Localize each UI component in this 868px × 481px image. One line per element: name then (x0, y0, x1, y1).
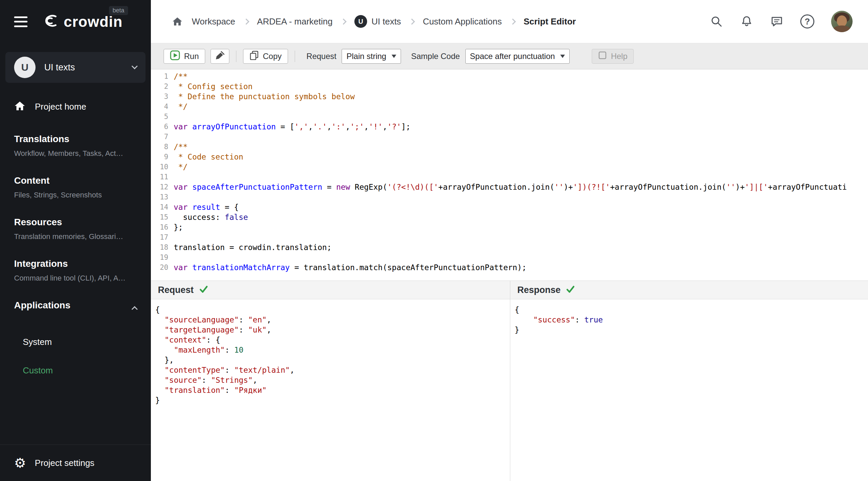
section-title: Translations (14, 134, 137, 145)
help-button[interactable]: Help (592, 49, 634, 64)
json-line: } (155, 395, 510, 405)
user-avatar[interactable] (831, 11, 852, 32)
code-line: 11 (151, 172, 868, 182)
workspace-home-icon[interactable] (172, 16, 183, 27)
copy-icon (249, 51, 259, 62)
line-number: 20 (151, 262, 168, 272)
sidebar-item-label: Project home (35, 102, 86, 112)
breadcrumb-item-ardea-marketing[interactable]: ARDEA - marketing (257, 17, 333, 27)
sample-code-select[interactable]: Space after punctuation (465, 49, 570, 64)
json-line: "contentType": "text/plain", (155, 365, 510, 375)
sidebar-item-integrations[interactable]: Integrations Command line tool (CLI), AP… (14, 258, 137, 283)
crowdin-logo[interactable]: crowdin beta (41, 13, 123, 30)
top-icons: ? (710, 11, 852, 32)
json-line: "source": "Strings", (155, 375, 510, 385)
line-number: 14 (151, 202, 168, 212)
breadcrumb-item-custom-applications[interactable]: Custom Applications (423, 17, 502, 27)
line-number: 16 (151, 222, 168, 232)
line-number: 5 (151, 111, 168, 122)
sidebar-top: crowdin beta (0, 0, 151, 43)
gear-icon: ⚙ (14, 456, 26, 470)
code-line: 8/** (151, 142, 868, 152)
search-icon[interactable] (710, 15, 723, 28)
request-body[interactable]: { "sourceLanguage": "en", "targetLanguag… (151, 299, 510, 481)
menu-icon[interactable] (14, 16, 30, 28)
section-subtitle: Workflow, Members, Tasks, Act… (14, 149, 137, 158)
logo-text: crowdin (64, 13, 123, 30)
bell-icon[interactable] (740, 15, 753, 28)
chevron-up-icon (131, 306, 137, 312)
run-label: Run (184, 52, 199, 61)
toolbar-divider (236, 51, 236, 62)
sidebar-item-project-home[interactable]: Project home (0, 83, 151, 113)
run-button[interactable]: Run (164, 49, 205, 64)
json-line: }, (155, 355, 510, 365)
help-icon[interactable]: ? (800, 14, 814, 29)
json-line: "maxLength": 10 (155, 345, 510, 355)
code-line: 13 (151, 192, 868, 202)
sidebar-item-custom[interactable]: Custom (23, 365, 137, 376)
select-arrow-icon (560, 55, 565, 58)
code-line: 16}; (151, 222, 868, 232)
code-line: 6var arrayOfPunctuation = [',','.',':','… (151, 122, 868, 132)
request-type-select[interactable]: Plain string (342, 49, 401, 64)
breadcrumb-item-ui-texts[interactable]: U UI texts (354, 15, 401, 28)
sidebar-item-system[interactable]: System (23, 337, 137, 347)
project-selector[interactable]: U UI texts (5, 52, 146, 83)
json-line: } (515, 325, 868, 335)
line-number: 11 (151, 172, 168, 182)
section-subtitle: Command line tool (CLI), API, A… (14, 274, 137, 283)
line-number: 19 (151, 252, 168, 262)
top-bar: Workspace ARDEA - marketing U UI texts C… (151, 0, 868, 43)
response-panel-header: Response (510, 281, 868, 299)
line-number: 4 (151, 102, 168, 111)
code-line: 1/** (151, 71, 868, 82)
sidebar-item-project-settings[interactable]: ⚙ Project settings (0, 445, 151, 481)
breadcrumb: Workspace ARDEA - marketing U UI texts C… (172, 15, 576, 28)
section-title: Resources (14, 217, 137, 228)
line-number: 2 (151, 82, 168, 92)
breadcrumb-item-script-editor: Script Editor (524, 17, 576, 27)
response-panel-title: Response (517, 285, 561, 295)
success-check-icon (199, 285, 208, 295)
code-editor[interactable]: 1/**2 * Config section3 * Define the pun… (151, 69, 868, 281)
json-line: "targetLanguage": "uk", (155, 325, 510, 335)
breadcrumb-project-avatar: U (354, 15, 367, 28)
line-number: 18 (151, 242, 168, 252)
play-icon (170, 50, 180, 62)
sidebar-item-content[interactable]: Content Files, Strings, Screenshots (14, 175, 137, 199)
line-number: 3 (151, 92, 168, 102)
messages-icon[interactable] (770, 15, 783, 28)
code-line: 7 (151, 132, 868, 142)
chevron-right-icon (509, 19, 516, 25)
request-panel: Request { "sourceLanguage": "en", "targe… (151, 281, 510, 481)
sidebar: crowdin beta U UI texts Project home Tra… (0, 0, 151, 481)
line-number: 17 (151, 232, 168, 242)
chevron-right-icon (243, 19, 249, 25)
code-line: 9 * Code section (151, 152, 868, 162)
code-line: 12var spaceAfterPunctuationPattern = new… (151, 182, 868, 192)
breadcrumb-item-workspace[interactable]: Workspace (192, 17, 235, 27)
help-label: Help (611, 52, 627, 61)
response-body: { "success": true} (510, 299, 868, 481)
brush-icon (215, 50, 225, 62)
sidebar-item-translations[interactable]: Translations Workflow, Members, Tasks, A… (14, 134, 137, 158)
json-line: { (155, 305, 510, 315)
selected-value: Plain string (346, 52, 386, 61)
sidebar-item-resources[interactable]: Resources Translation memories, Glossari… (14, 217, 137, 241)
json-line: "sourceLanguage": "en", (155, 315, 510, 325)
clear-brush-button[interactable] (211, 49, 229, 64)
line-number: 7 (151, 132, 168, 142)
section-subtitle: Files, Strings, Screenshots (14, 191, 137, 199)
copy-button[interactable]: Copy (243, 49, 288, 64)
select-arrow-icon (392, 55, 396, 58)
line-number: 9 (151, 152, 168, 162)
breadcrumb-label: UI texts (371, 17, 401, 27)
line-number: 12 (151, 182, 168, 192)
section-subtitle: Translation memories, Glossari… (14, 232, 137, 241)
chevron-down-icon (131, 63, 137, 69)
chevron-right-icon (340, 19, 346, 25)
success-check-icon (566, 285, 575, 295)
sidebar-item-applications[interactable]: Applications (14, 300, 137, 315)
toolbar-divider (295, 51, 295, 62)
